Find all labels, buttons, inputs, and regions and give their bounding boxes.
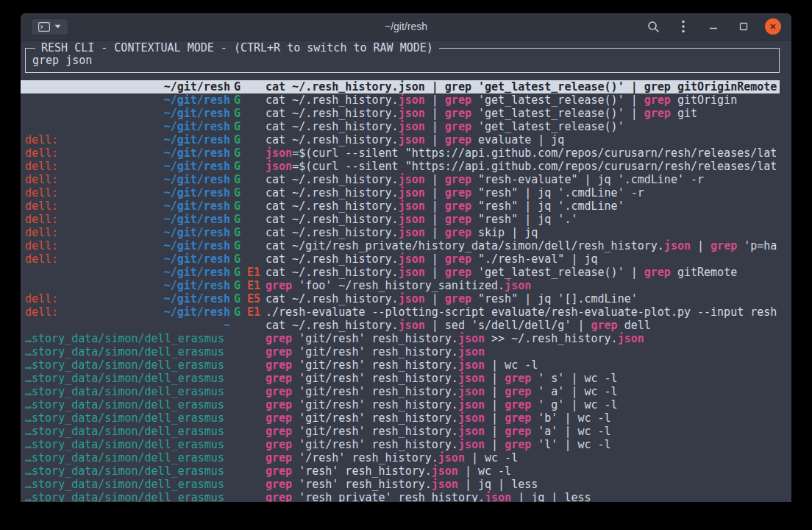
history-row[interactable]: …story_data/simon/dell_erasmusgrep 'git/…: [21, 358, 780, 372]
row-directory: ~/git/resh: [164, 239, 230, 252]
history-row[interactable]: …story_data/simon/dell_erasmusgrep 'git/…: [21, 398, 780, 411]
history-row[interactable]: …story_data/simon/dell_erasmusgrep 'git/…: [21, 345, 780, 358]
history-row[interactable]: dell:~/git/reshGcat ~/.resh_history.json…: [21, 186, 780, 199]
history-row[interactable]: …story_data/simon/dell_erasmusgrep 'git/…: [21, 425, 780, 438]
menu-button[interactable]: [674, 18, 692, 35]
row-flags: G: [230, 173, 266, 186]
git-flag: G: [234, 80, 241, 93]
restore-button[interactable]: [735, 18, 752, 35]
row-host: …story_data/simon/dell_erasmus: [25, 345, 224, 358]
row-directory: ~/git/resh: [164, 186, 230, 199]
row-host: dell:: [25, 186, 58, 199]
titlebar-controls: [644, 18, 781, 35]
row-host: dell:: [25, 199, 58, 213]
row-flags: G: [230, 239, 266, 252]
history-row[interactable]: …story_data/simon/dell_erasmusgrep '/res…: [21, 451, 780, 464]
row-host: dell:: [25, 252, 58, 266]
history-row[interactable]: dell:~/git/reshGcat ~/.resh_history.json…: [21, 133, 780, 146]
row-command: grep 'git/resh' resh_history.json: [266, 345, 780, 358]
row-command: grep 'resh' resh_history.json | wc -l: [266, 464, 780, 478]
row-flags: [230, 464, 266, 478]
row-command: json=$(curl --silent "https://api.github…: [266, 146, 780, 160]
titlebar[interactable]: ~/git/resh: [21, 13, 791, 40]
row-host: dell:: [25, 239, 58, 252]
row-host: …story_data/simon/dell_erasmus: [25, 332, 224, 345]
history-row[interactable]: ~/git/reshGcat ~/.resh_history.json | gr…: [21, 107, 780, 120]
history-row[interactable]: dell:~/git/reshGcat ~/.resh_history.json…: [21, 213, 780, 226]
row-directory: ~/git/resh: [164, 252, 230, 266]
resh-search-box: RESH CLI - CONTEXTUAL MODE - (CTRL+R to …: [25, 48, 780, 73]
history-row[interactable]: …story_data/simon/dell_erasmusgrep 'resh…: [21, 491, 780, 502]
row-directory: ~/git/resh: [164, 107, 230, 120]
close-button[interactable]: [765, 18, 781, 35]
search-query-input[interactable]: grep json: [32, 54, 772, 67]
git-flag: G: [234, 120, 241, 133]
row-directory: ~/git/resh: [164, 133, 230, 146]
history-row[interactable]: ~/git/reshGcat ~/.resh_history.json | gr…: [21, 93, 780, 107]
row-command: grep 'git/resh' resh_history.json | grep…: [266, 411, 780, 425]
search-button[interactable]: [644, 18, 662, 35]
row-command: cat ~/.resh_history.json | grep "resh" |…: [266, 213, 780, 226]
git-flag: G: [234, 107, 241, 120]
history-row[interactable]: dell:~/git/reshG E5cat ~/.resh_history.j…: [21, 292, 780, 305]
history-row[interactable]: …story_data/simon/dell_erasmusgrep 'git/…: [21, 411, 780, 425]
row-host: …story_data/simon/dell_erasmus: [25, 358, 224, 372]
row-flags: G: [230, 146, 266, 160]
history-row[interactable]: dell:~/git/reshG E1./resh-evaluate --plo…: [21, 305, 780, 319]
history-row[interactable]: dell:~/git/reshGcat ~/.resh_history.json…: [21, 199, 780, 213]
resh-mode-header: RESH CLI - CONTEXTUAL MODE - (CTRL+R to …: [35, 41, 439, 54]
history-row[interactable]: ~/git/reshGcat ~/.resh_history.json | gr…: [21, 120, 780, 133]
history-row[interactable]: dell:~/git/reshGcat ~/.resh_history.json…: [21, 226, 780, 239]
row-command: cat ~/.resh_history.json | sed 's/dell/d…: [266, 319, 780, 332]
row-host: dell:: [25, 213, 58, 226]
row-directory: ~/git/resh: [164, 173, 230, 186]
row-flags: G: [230, 213, 266, 226]
exit-code-flag: E1: [247, 305, 260, 319]
row-host: …story_data/simon/dell_erasmus: [25, 425, 224, 438]
git-flag: G: [234, 133, 241, 146]
row-host: dell:: [25, 133, 58, 146]
history-row[interactable]: …story_data/simon/dell_erasmusgrep 'git/…: [21, 385, 780, 398]
history-row[interactable]: dell:~/git/reshGcat ~/.resh_history.json…: [21, 173, 780, 186]
row-command: cat ~/.resh_history.json | grep "resh" |…: [266, 292, 780, 305]
history-row[interactable]: …story_data/simon/dell_erasmusgrep 'git/…: [21, 438, 780, 451]
history-row[interactable]: …story_data/simon/dell_erasmusgrep 'git/…: [21, 332, 780, 345]
history-row[interactable]: ~/git/reshG E1cat ~/.resh_history.json |…: [21, 266, 780, 279]
row-host: …story_data/simon/dell_erasmus: [25, 398, 224, 411]
git-flag: G: [234, 279, 241, 292]
search-icon: [647, 21, 660, 33]
git-flag: G: [234, 93, 241, 107]
row-command: grep 'resh' resh_history.json | jq | les…: [266, 478, 780, 491]
history-row[interactable]: …story_data/simon/dell_erasmusgrep 'git/…: [21, 372, 780, 385]
history-row[interactable]: dell:~/git/reshGcat ~/git/resh_private/h…: [21, 239, 780, 252]
history-row[interactable]: dell:~/git/reshGjson=$(curl --silent "ht…: [21, 146, 780, 160]
row-flags: [230, 425, 266, 438]
git-flag: G: [234, 213, 241, 226]
history-row[interactable]: …story_data/simon/dell_erasmusgrep 'resh…: [21, 464, 780, 478]
history-row[interactable]: …story_data/simon/dell_erasmusgrep 'resh…: [21, 478, 780, 491]
row-command: cat ~/.resh_history.json | grep 'get_lat…: [266, 93, 780, 107]
git-flag: G: [234, 186, 241, 199]
history-row-selected[interactable]: ~/git/reshGcat ~/.resh_history.json | gr…: [21, 80, 780, 93]
history-row[interactable]: dell:~/git/reshGjson=$(curl --silent "ht…: [21, 160, 780, 173]
new-terminal-button[interactable]: [31, 18, 68, 35]
minimize-button[interactable]: [705, 18, 722, 35]
history-row[interactable]: ~/git/reshG E1grep 'foo' ~/resh_history_…: [21, 279, 780, 292]
terminal-icon: [38, 22, 50, 32]
row-flags: [230, 411, 266, 425]
history-row[interactable]: ~cat ~/.resh_history.json | sed 's/dell/…: [21, 319, 780, 332]
row-host: …story_data/simon/dell_erasmus: [25, 491, 224, 502]
row-command: cat ~/.resh_history.json | grep 'get_lat…: [266, 107, 780, 120]
terminal-content: RESH CLI - CONTEXTUAL MODE - (CTRL+R to …: [21, 40, 791, 502]
history-row[interactable]: dell:~/git/reshGcat ~/.resh_history.json…: [21, 252, 780, 266]
row-command: cat ~/.resh_history.json | grep "resh" |…: [266, 186, 780, 199]
row-flags: G: [230, 107, 266, 120]
row-flags: [230, 398, 266, 411]
row-command: cat ~/.resh_history.json | grep 'get_lat…: [266, 80, 780, 93]
row-flags: G E5: [230, 292, 266, 305]
git-flag: G: [234, 199, 241, 213]
restore-icon: [739, 22, 748, 31]
row-flags: [230, 319, 266, 332]
row-command: cat ~/git/resh_private/history_data/simo…: [266, 239, 780, 252]
row-host: …story_data/simon/dell_erasmus: [25, 385, 224, 398]
